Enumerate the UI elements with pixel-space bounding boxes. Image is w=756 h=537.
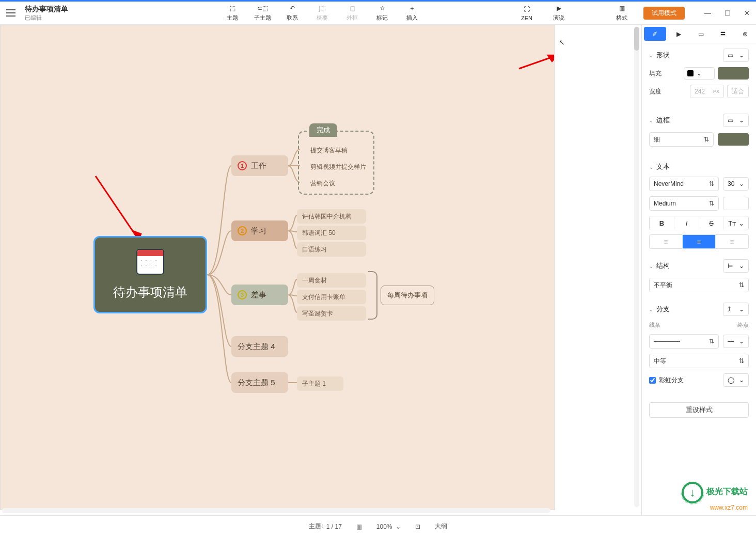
font-weight-select[interactable]: Medium⇅: [649, 196, 719, 211]
struct-type-select[interactable]: ⊨ ⌄: [723, 259, 749, 273]
width-input[interactable]: 242PX: [690, 85, 724, 98]
branch-label: 分支主题 5: [238, 378, 275, 388]
leaf[interactable]: 子主题 1: [297, 376, 343, 391]
align-center-button[interactable]: ≡: [683, 235, 716, 248]
close-icon[interactable]: ✕: [744, 9, 750, 17]
watermark: ↓极光下载站 www.xz7.com: [682, 482, 748, 511]
width-label: 宽度: [649, 87, 662, 96]
tab-style[interactable]: ✐: [644, 27, 666, 41]
line-end-select[interactable]: — ⌄: [723, 335, 749, 348]
boundary-label[interactable]: 完成: [309, 123, 337, 137]
map-overview-icon[interactable]: ▥: [356, 523, 362, 530]
fill-color-select[interactable]: ⌄: [684, 67, 715, 80]
leaf[interactable]: 口语练习: [297, 242, 366, 257]
section-shape: 形状: [656, 51, 670, 59]
root-topic[interactable]: 待办事项清单: [93, 236, 207, 313]
section-struct: 结构: [656, 262, 670, 270]
strike-button[interactable]: S: [699, 216, 724, 230]
leaf[interactable]: 提交博客草稿: [305, 143, 369, 157]
vertical-scrollbar[interactable]: [634, 27, 639, 507]
line-label: 线条: [649, 321, 660, 329]
font-color[interactable]: [723, 197, 749, 210]
horizontal-scrollbar[interactable]: [2, 508, 550, 513]
font-family-select[interactable]: NeverMind⇅: [649, 177, 719, 191]
trial-button[interactable]: 试用模式: [643, 7, 685, 20]
line-style-select[interactable]: ──────⇅: [649, 334, 719, 349]
boundary-button[interactable]: ▢外框: [342, 4, 363, 22]
branch-work[interactable]: 1工作: [231, 155, 288, 176]
maximize-icon[interactable]: ☐: [724, 9, 731, 17]
doc-status: 已编辑: [25, 14, 68, 22]
summary-button[interactable]: ]⬚概要: [312, 4, 333, 22]
branch-4[interactable]: 分支主题 4: [231, 336, 288, 357]
leaf[interactable]: 营销会议: [305, 176, 374, 191]
format-panel: ✐ ▶ ▭ 〓 ⊗ ⌄形状 ▭ ⌄ 填充 ⌄ 宽度 242PX 适合 ⌄边框 ▭…: [641, 25, 756, 515]
leaf[interactable]: 写圣诞贺卡: [297, 306, 366, 321]
summary-node[interactable]: 每周待办事项: [381, 286, 434, 305]
border-shape-select[interactable]: ▭ ⌄: [723, 114, 749, 127]
status-bar: 主题:1 / 17 ▥ 100%⌄ ⊡ 大纲: [0, 515, 756, 537]
section-branch: 分支: [656, 305, 670, 313]
branch-errand[interactable]: 3差事: [231, 285, 288, 305]
root-label: 待办事项清单: [113, 284, 187, 301]
summary-brace: [368, 271, 377, 320]
tab-media[interactable]: ▶: [668, 25, 690, 43]
balance-select[interactable]: 不平衡⇅: [649, 278, 749, 292]
branch-label: 分支主题 4: [238, 342, 275, 352]
italic-button[interactable]: I: [674, 216, 699, 230]
end-label: 终点: [737, 321, 749, 329]
doc-title: 待办事项清单: [25, 5, 68, 14]
topic-button[interactable]: ⬚主题: [222, 4, 243, 22]
branch-style-select[interactable]: ⤴ ⌄: [723, 303, 749, 316]
zoom-level[interactable]: 100%⌄: [376, 523, 401, 530]
border-weight-select[interactable]: 细⇅: [649, 132, 714, 147]
border-color[interactable]: [718, 133, 749, 146]
section-border: 边框: [656, 116, 670, 124]
leaf[interactable]: 一周食材: [297, 273, 366, 288]
align-right-button[interactable]: ≡: [716, 235, 748, 248]
leaf[interactable]: 评估韩国中介机构: [297, 209, 366, 224]
subtopic-button[interactable]: ⊂⬚子主题: [252, 4, 273, 22]
topic-count[interactable]: 主题:1 / 17: [309, 522, 341, 531]
rainbow-select[interactable]: ◯ ⌄: [723, 373, 749, 387]
tab-info[interactable]: ⊗: [734, 25, 756, 43]
branch-label: 差事: [251, 290, 266, 300]
font-size-select[interactable]: 30⌄: [723, 177, 749, 191]
shape-select[interactable]: ▭ ⌄: [723, 49, 749, 62]
bold-button[interactable]: B: [650, 216, 674, 230]
minimize-icon[interactable]: —: [704, 9, 711, 17]
main-toolbar: ⬚主题 ⊂⬚子主题 ↶联系 ]⬚概要 ▢外框 ☆标记 ＋插入: [222, 4, 422, 22]
calendar-icon: [136, 249, 164, 275]
branch-study[interactable]: 2学习: [231, 220, 288, 241]
branch-5[interactable]: 分支主题 5: [231, 372, 288, 393]
present-button[interactable]: ▶演说: [548, 4, 569, 22]
format-button[interactable]: ▥格式: [611, 4, 632, 22]
rainbow-checkbox[interactable]: 彩虹分支: [649, 376, 684, 385]
outline-toggle[interactable]: 大纲: [435, 522, 447, 531]
fit-button[interactable]: 适合: [727, 85, 749, 98]
menu-icon[interactable]: [6, 9, 15, 17]
branch-label: 学习: [251, 226, 266, 236]
mindmap-canvas[interactable]: 待办事项清单 完成 1工作 2学习 3差事 分支主题 4 分支主题 5 提交博客…: [0, 25, 555, 510]
fill-swatch[interactable]: [718, 67, 749, 80]
marker-button[interactable]: ☆标记: [372, 4, 392, 22]
fill-label: 填充: [649, 69, 662, 78]
zen-button[interactable]: ⛶ZEN: [516, 5, 537, 21]
tab-map[interactable]: 〓: [712, 25, 734, 43]
branch-label: 工作: [251, 161, 266, 171]
insert-button[interactable]: ＋插入: [402, 4, 422, 22]
case-button[interactable]: Tᴛ ⌄: [724, 216, 748, 230]
cursor-icon: ↖: [559, 38, 565, 46]
line-weight-select[interactable]: 中等⇅: [649, 354, 749, 368]
relation-button[interactable]: ↶联系: [282, 4, 303, 22]
leaf[interactable]: 韩语词汇 50: [297, 226, 366, 240]
reset-style-button[interactable]: 重设样式: [649, 402, 749, 418]
tab-note[interactable]: ▭: [690, 25, 712, 43]
section-text: 文本: [656, 163, 670, 170]
leaf[interactable]: 剪辑视频并提交样片: [305, 160, 383, 174]
align-left-button[interactable]: ≡: [650, 235, 683, 248]
fit-icon[interactable]: ⊡: [415, 523, 420, 530]
leaf[interactable]: 支付信用卡账单: [297, 290, 366, 304]
